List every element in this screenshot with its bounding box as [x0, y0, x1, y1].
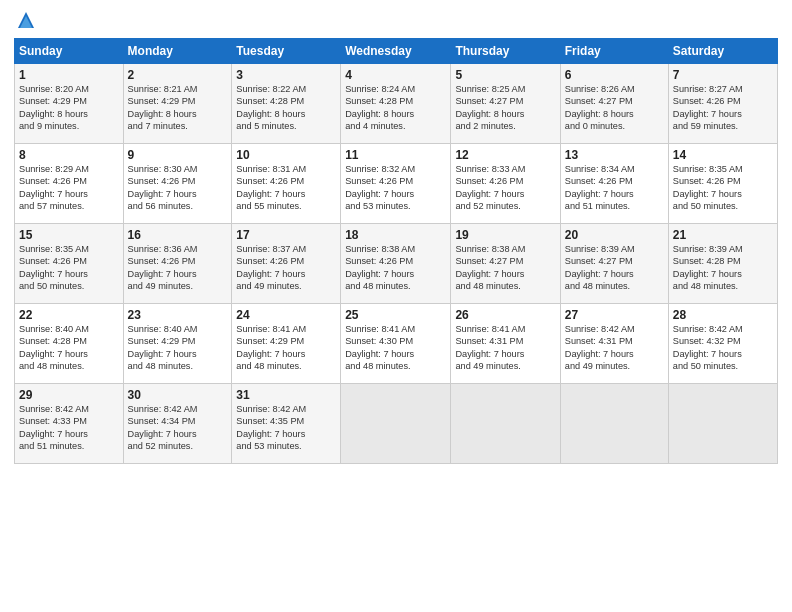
day-number: 23 [128, 308, 228, 322]
day-number: 2 [128, 68, 228, 82]
cell-content: Sunrise: 8:33 AMSunset: 4:26 PMDaylight:… [455, 163, 555, 213]
cell-content: Sunrise: 8:24 AMSunset: 4:28 PMDaylight:… [345, 83, 446, 133]
day-number: 26 [455, 308, 555, 322]
day-number: 8 [19, 148, 119, 162]
cell-content: Sunrise: 8:20 AMSunset: 4:29 PMDaylight:… [19, 83, 119, 133]
calendar-cell: 5Sunrise: 8:25 AMSunset: 4:27 PMDaylight… [451, 64, 560, 144]
day-of-week-friday: Friday [560, 39, 668, 64]
calendar-cell: 28Sunrise: 8:42 AMSunset: 4:32 PMDayligh… [668, 304, 777, 384]
calendar-cell: 23Sunrise: 8:40 AMSunset: 4:29 PMDayligh… [123, 304, 232, 384]
calendar-cell: 18Sunrise: 8:38 AMSunset: 4:26 PMDayligh… [341, 224, 451, 304]
calendar-cell [668, 384, 777, 464]
day-number: 31 [236, 388, 336, 402]
week-row-2: 8Sunrise: 8:29 AMSunset: 4:26 PMDaylight… [15, 144, 778, 224]
cell-content: Sunrise: 8:35 AMSunset: 4:26 PMDaylight:… [673, 163, 773, 213]
day-number: 5 [455, 68, 555, 82]
cell-content: Sunrise: 8:40 AMSunset: 4:29 PMDaylight:… [128, 323, 228, 373]
header [14, 10, 778, 30]
calendar-cell: 14Sunrise: 8:35 AMSunset: 4:26 PMDayligh… [668, 144, 777, 224]
day-number: 12 [455, 148, 555, 162]
cell-content: Sunrise: 8:40 AMSunset: 4:28 PMDaylight:… [19, 323, 119, 373]
day-number: 16 [128, 228, 228, 242]
calendar-cell: 20Sunrise: 8:39 AMSunset: 4:27 PMDayligh… [560, 224, 668, 304]
calendar: SundayMondayTuesdayWednesdayThursdayFrid… [14, 38, 778, 464]
day-number: 1 [19, 68, 119, 82]
day-of-week-tuesday: Tuesday [232, 39, 341, 64]
day-number: 4 [345, 68, 446, 82]
calendar-cell: 29Sunrise: 8:42 AMSunset: 4:33 PMDayligh… [15, 384, 124, 464]
day-number: 15 [19, 228, 119, 242]
calendar-cell [341, 384, 451, 464]
cell-content: Sunrise: 8:22 AMSunset: 4:28 PMDaylight:… [236, 83, 336, 133]
page: SundayMondayTuesdayWednesdayThursdayFrid… [0, 0, 792, 612]
day-number: 21 [673, 228, 773, 242]
day-number: 13 [565, 148, 664, 162]
day-of-week-wednesday: Wednesday [341, 39, 451, 64]
day-number: 25 [345, 308, 446, 322]
calendar-cell: 31Sunrise: 8:42 AMSunset: 4:35 PMDayligh… [232, 384, 341, 464]
cell-content: Sunrise: 8:35 AMSunset: 4:26 PMDaylight:… [19, 243, 119, 293]
calendar-header: SundayMondayTuesdayWednesdayThursdayFrid… [15, 39, 778, 64]
week-row-5: 29Sunrise: 8:42 AMSunset: 4:33 PMDayligh… [15, 384, 778, 464]
day-of-week-saturday: Saturday [668, 39, 777, 64]
calendar-cell: 17Sunrise: 8:37 AMSunset: 4:26 PMDayligh… [232, 224, 341, 304]
calendar-cell: 26Sunrise: 8:41 AMSunset: 4:31 PMDayligh… [451, 304, 560, 384]
calendar-cell: 25Sunrise: 8:41 AMSunset: 4:30 PMDayligh… [341, 304, 451, 384]
cell-content: Sunrise: 8:38 AMSunset: 4:27 PMDaylight:… [455, 243, 555, 293]
day-number: 3 [236, 68, 336, 82]
week-row-3: 15Sunrise: 8:35 AMSunset: 4:26 PMDayligh… [15, 224, 778, 304]
cell-content: Sunrise: 8:41 AMSunset: 4:30 PMDaylight:… [345, 323, 446, 373]
logo [14, 10, 36, 30]
calendar-cell: 9Sunrise: 8:30 AMSunset: 4:26 PMDaylight… [123, 144, 232, 224]
calendar-cell: 8Sunrise: 8:29 AMSunset: 4:26 PMDaylight… [15, 144, 124, 224]
day-number: 6 [565, 68, 664, 82]
cell-content: Sunrise: 8:32 AMSunset: 4:26 PMDaylight:… [345, 163, 446, 213]
cell-content: Sunrise: 8:31 AMSunset: 4:26 PMDaylight:… [236, 163, 336, 213]
calendar-cell: 6Sunrise: 8:26 AMSunset: 4:27 PMDaylight… [560, 64, 668, 144]
calendar-cell: 1Sunrise: 8:20 AMSunset: 4:29 PMDaylight… [15, 64, 124, 144]
cell-content: Sunrise: 8:27 AMSunset: 4:26 PMDaylight:… [673, 83, 773, 133]
header-row: SundayMondayTuesdayWednesdayThursdayFrid… [15, 39, 778, 64]
calendar-cell: 3Sunrise: 8:22 AMSunset: 4:28 PMDaylight… [232, 64, 341, 144]
calendar-cell: 15Sunrise: 8:35 AMSunset: 4:26 PMDayligh… [15, 224, 124, 304]
cell-content: Sunrise: 8:38 AMSunset: 4:26 PMDaylight:… [345, 243, 446, 293]
cell-content: Sunrise: 8:42 AMSunset: 4:32 PMDaylight:… [673, 323, 773, 373]
calendar-cell: 30Sunrise: 8:42 AMSunset: 4:34 PMDayligh… [123, 384, 232, 464]
cell-content: Sunrise: 8:42 AMSunset: 4:33 PMDaylight:… [19, 403, 119, 453]
calendar-cell: 27Sunrise: 8:42 AMSunset: 4:31 PMDayligh… [560, 304, 668, 384]
day-number: 14 [673, 148, 773, 162]
cell-content: Sunrise: 8:39 AMSunset: 4:27 PMDaylight:… [565, 243, 664, 293]
day-number: 28 [673, 308, 773, 322]
cell-content: Sunrise: 8:25 AMSunset: 4:27 PMDaylight:… [455, 83, 555, 133]
calendar-cell [560, 384, 668, 464]
day-number: 9 [128, 148, 228, 162]
cell-content: Sunrise: 8:34 AMSunset: 4:26 PMDaylight:… [565, 163, 664, 213]
calendar-cell: 10Sunrise: 8:31 AMSunset: 4:26 PMDayligh… [232, 144, 341, 224]
calendar-cell: 7Sunrise: 8:27 AMSunset: 4:26 PMDaylight… [668, 64, 777, 144]
day-number: 27 [565, 308, 664, 322]
calendar-cell: 11Sunrise: 8:32 AMSunset: 4:26 PMDayligh… [341, 144, 451, 224]
calendar-cell [451, 384, 560, 464]
calendar-body: 1Sunrise: 8:20 AMSunset: 4:29 PMDaylight… [15, 64, 778, 464]
day-number: 10 [236, 148, 336, 162]
calendar-cell: 16Sunrise: 8:36 AMSunset: 4:26 PMDayligh… [123, 224, 232, 304]
day-of-week-monday: Monday [123, 39, 232, 64]
cell-content: Sunrise: 8:29 AMSunset: 4:26 PMDaylight:… [19, 163, 119, 213]
cell-content: Sunrise: 8:37 AMSunset: 4:26 PMDaylight:… [236, 243, 336, 293]
calendar-cell: 19Sunrise: 8:38 AMSunset: 4:27 PMDayligh… [451, 224, 560, 304]
cell-content: Sunrise: 8:39 AMSunset: 4:28 PMDaylight:… [673, 243, 773, 293]
calendar-cell: 12Sunrise: 8:33 AMSunset: 4:26 PMDayligh… [451, 144, 560, 224]
day-number: 30 [128, 388, 228, 402]
cell-content: Sunrise: 8:26 AMSunset: 4:27 PMDaylight:… [565, 83, 664, 133]
calendar-cell: 4Sunrise: 8:24 AMSunset: 4:28 PMDaylight… [341, 64, 451, 144]
day-number: 24 [236, 308, 336, 322]
day-number: 22 [19, 308, 119, 322]
day-number: 20 [565, 228, 664, 242]
day-number: 11 [345, 148, 446, 162]
day-number: 7 [673, 68, 773, 82]
cell-content: Sunrise: 8:30 AMSunset: 4:26 PMDaylight:… [128, 163, 228, 213]
cell-content: Sunrise: 8:41 AMSunset: 4:29 PMDaylight:… [236, 323, 336, 373]
week-row-4: 22Sunrise: 8:40 AMSunset: 4:28 PMDayligh… [15, 304, 778, 384]
logo-icon [16, 10, 36, 30]
day-number: 29 [19, 388, 119, 402]
